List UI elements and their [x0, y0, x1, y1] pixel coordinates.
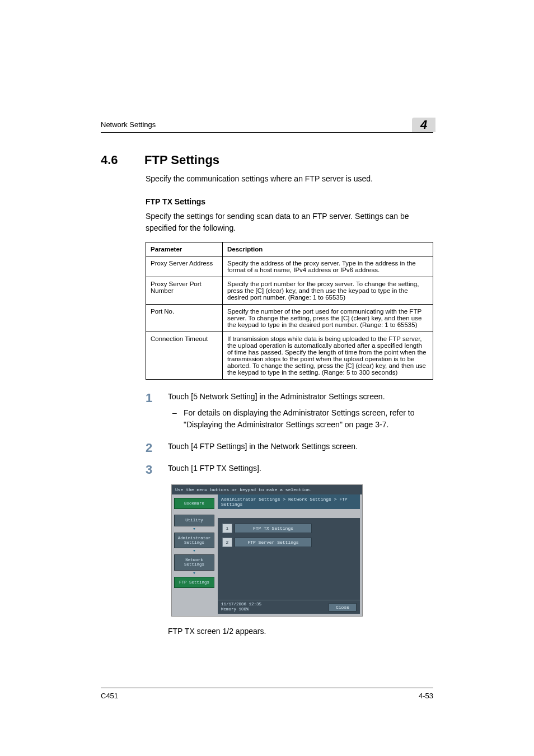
param-cell: Proxy Server Port Number — [146, 277, 223, 305]
table-header-desc: Description — [223, 242, 433, 256]
option-row: 1 FTP TX Settings — [222, 524, 355, 533]
panel-sidebar: Bookmark Utility ▾ Administrator Setting… — [172, 494, 214, 616]
section-number: 4.6 — [101, 153, 129, 167]
panel-main: Administrator Settings > Network Setting… — [218, 494, 362, 616]
sidebar-item-utility[interactable]: Utility — [174, 515, 214, 526]
panel-memory: Memory 100% — [221, 607, 261, 612]
subsection-title: FTP TX Settings — [146, 197, 433, 206]
table-header-param: Parameter — [146, 242, 223, 256]
panel-footer: 11/17/2006 12:35 Memory 100% Close — [218, 600, 360, 614]
panel-body: 1 FTP TX Settings 2 FTP Server Settings — [218, 518, 360, 600]
footer-right: 4-53 — [419, 692, 433, 700]
panel-hint-bar: Use the menu buttons or keypad to make a… — [172, 485, 362, 494]
desc-cell: If transmission stops while data is bein… — [223, 332, 433, 380]
section-title: FTP Settings — [144, 153, 219, 167]
table-header-row: Parameter Description — [146, 242, 433, 256]
step-text: Touch [5 Network Setting] in the Adminis… — [168, 392, 385, 401]
table-row: Connection Timeout If transmission stops… — [146, 332, 433, 380]
chevron-down-icon: ▾ — [174, 527, 214, 532]
table-row: Proxy Server Address Specify the address… — [146, 256, 433, 277]
panel-breadcrumb: Administrator Settings > Network Setting… — [218, 494, 360, 509]
step-2: Touch [4 FTP Settings] in the Network Se… — [146, 441, 433, 452]
subsection-intro: Specify the settings for sending scan da… — [146, 211, 433, 234]
step-text: Touch [1 FTP TX Settings]. — [168, 464, 261, 473]
page-footer: C451 4-53 — [101, 688, 433, 700]
panel-meta: 11/17/2006 12:35 Memory 100% — [221, 602, 261, 612]
chapter-number-tab: 4 — [412, 118, 435, 132]
option-row: 2 FTP Server Settings — [222, 538, 355, 547]
after-panel-text: FTP TX screen 1/2 appears. — [168, 627, 433, 636]
running-header: Network Settings 4 — [101, 112, 433, 133]
sidebar-item-network-settings[interactable]: Network Settings — [174, 554, 214, 571]
option-number-2: 2 — [222, 538, 232, 547]
panel-datetime: 11/17/2006 12:35 — [221, 602, 261, 607]
parameter-table: Parameter Description Proxy Server Addre… — [146, 242, 433, 380]
table-row: Port No. Specify the number of the port … — [146, 305, 433, 332]
chevron-down-icon: ▾ — [174, 571, 214, 576]
desc-cell: Specify the port number for the proxy se… — [223, 277, 433, 305]
close-button[interactable]: Close — [329, 603, 357, 612]
chapter-tab-container: 4 — [413, 112, 433, 129]
option-ftp-tx-settings[interactable]: FTP TX Settings — [235, 524, 312, 533]
procedure-steps: Touch [5 Network Setting] in the Adminis… — [146, 391, 433, 474]
step-1-subnote: For details on displaying the Administra… — [168, 407, 433, 431]
table-row: Proxy Server Port Number Specify the por… — [146, 277, 433, 305]
param-cell: Connection Timeout — [146, 332, 223, 380]
device-panel: Use the menu buttons or keypad to make a… — [171, 484, 363, 617]
option-ftp-server-settings[interactable]: FTP Server Settings — [235, 538, 312, 547]
footer-left: C451 — [101, 692, 118, 700]
step-3: Touch [1 FTP TX Settings]. — [146, 463, 433, 474]
section-heading: 4.6 FTP Settings — [101, 153, 433, 167]
bookmark-button[interactable]: Bookmark — [174, 498, 214, 509]
section-intro: Specify the communication settings where… — [146, 173, 433, 185]
sidebar-item-admin-settings[interactable]: Administrator Settings — [174, 533, 214, 549]
running-head-text: Network Settings — [101, 120, 156, 129]
step-1: Touch [5 Network Setting] in the Adminis… — [146, 391, 433, 431]
desc-cell: Specify the address of the proxy server.… — [223, 256, 433, 277]
step-text: Touch [4 FTP Settings] in the Network Se… — [168, 442, 358, 451]
option-number-1: 1 — [222, 524, 232, 533]
desc-cell: Specify the number of the port used for … — [223, 305, 433, 332]
chevron-down-icon: ▾ — [174, 549, 214, 554]
sidebar-item-ftp-settings[interactable]: FTP Settings — [174, 577, 214, 588]
param-cell: Proxy Server Address — [146, 256, 223, 277]
param-cell: Port No. — [146, 305, 223, 332]
